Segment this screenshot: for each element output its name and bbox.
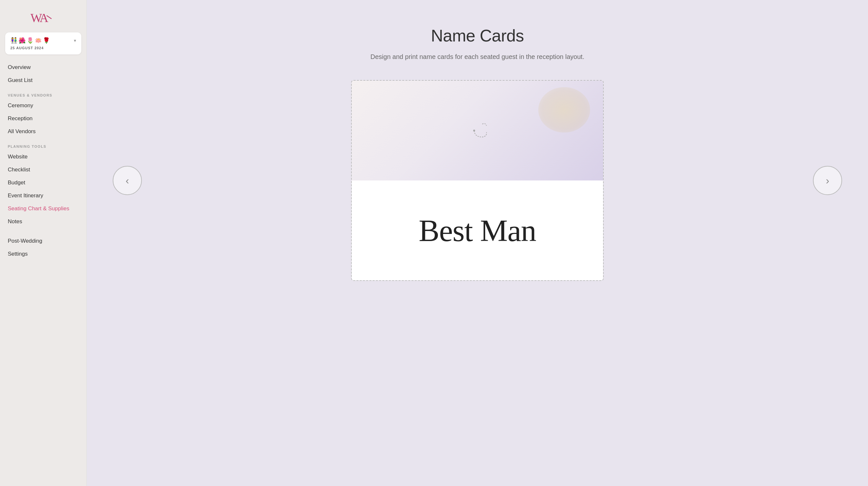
sidebar-item-website[interactable]: Website (8, 150, 79, 163)
sidebar-item-notes[interactable]: Notes (8, 215, 79, 228)
prev-card-button[interactable]: ‹ (113, 166, 142, 195)
sidebar-item-event-itinerary[interactable]: Event Itinerary (8, 189, 79, 202)
page-subtitle: Design and print name cards for each sea… (371, 53, 584, 61)
rotate-icon (471, 121, 487, 140)
card-decoration-blob (538, 87, 590, 132)
wedding-card-dropdown-icon[interactable]: ▾ (74, 38, 76, 43)
wedding-date: 25 AUGUST 2024 (10, 46, 76, 50)
sidebar-item-budget[interactable]: Budget (8, 176, 79, 189)
main-content: Name Cards Design and print name cards f… (87, 0, 868, 486)
sidebar-item-overview[interactable]: Overview (8, 61, 79, 74)
sidebar-item-all-vendors[interactable]: All Vendors (8, 125, 79, 138)
name-card-bottom-half: Best Man (352, 180, 603, 280)
sidebar-item-reception[interactable]: Reception (8, 112, 79, 125)
next-arrow-icon: › (826, 175, 830, 187)
planning-tools-label: PLANNING TOOLS (8, 138, 79, 150)
sidebar-item-settings[interactable]: Settings (8, 247, 79, 261)
sidebar-item-guest-list[interactable]: Guest List (8, 74, 79, 87)
svg-point-3 (473, 130, 475, 131)
name-card-top-half (352, 81, 603, 180)
svg-text:A: A (39, 11, 49, 25)
card-area: ‹ Best Man › (87, 80, 868, 281)
logo-area: W A (0, 10, 87, 26)
name-card: Best Man (351, 80, 604, 281)
card-name-text: Best Man (419, 213, 536, 248)
next-card-button[interactable]: › (813, 166, 842, 195)
sidebar-item-checklist[interactable]: Checklist (8, 163, 79, 176)
prev-arrow-icon: ‹ (126, 175, 129, 187)
sidebar-item-ceremony[interactable]: Ceremony (8, 99, 79, 112)
wedding-card[interactable]: 👫🌺🌷🪷🌹 ▾ 25 AUGUST 2024 (5, 32, 81, 55)
sidebar-nav: Overview Guest List VENUES & VENDORS Cer… (0, 61, 87, 486)
venues-vendors-label: VENUES & VENDORS (8, 87, 79, 99)
sidebar-item-post-wedding[interactable]: Post-Wedding (8, 235, 79, 247)
page-title: Name Cards (431, 26, 524, 45)
sidebar-item-seating-chart[interactable]: Seating Chart & Supplies (8, 202, 79, 215)
app-logo: W A (30, 10, 56, 26)
sidebar: W A 👫🌺🌷🪷🌹 ▾ 25 AUGUST 2024 Overview Gues… (0, 0, 87, 486)
wedding-emojis: 👫🌺🌷🪷🌹 (10, 37, 72, 44)
